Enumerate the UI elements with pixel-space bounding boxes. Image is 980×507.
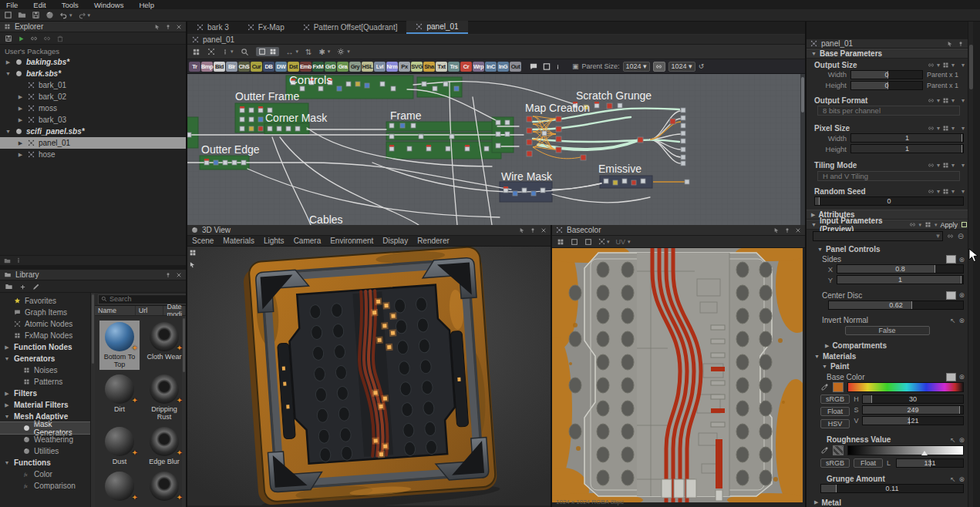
package-icon[interactable] xyxy=(45,11,54,20)
grid-icon[interactable] xyxy=(942,62,949,69)
breadcrumb-label[interactable]: panel_01 xyxy=(203,35,234,44)
grid-icon[interactable] xyxy=(924,221,931,228)
reset-icon[interactable]: ⊗ xyxy=(959,436,965,444)
pin-icon[interactable] xyxy=(165,24,171,30)
eyedropper-icon[interactable] xyxy=(820,383,829,391)
column-url[interactable]: Url xyxy=(136,306,164,315)
node-chip-svg[interactable]: SVG xyxy=(411,62,423,72)
preset-dropdown[interactable]: ▾ xyxy=(813,231,943,241)
library-category-favorites[interactable]: Favorites xyxy=(0,295,90,307)
invert-normal-button[interactable]: False xyxy=(845,326,930,335)
frame-label-corner-mask[interactable]: Corner Mask xyxy=(265,112,328,124)
node-chip-blr[interactable]: Blr xyxy=(226,62,237,72)
section-input-parameters[interactable]: ▼Input Parameters (Preview) ▾ ▾ Apply xyxy=(807,220,968,230)
tree-item-scifi-panel-sbs-[interactable]: ▼scifi_panel.sbs* xyxy=(0,126,186,137)
search-input[interactable] xyxy=(109,295,186,303)
node-chip-inc[interactable]: InC xyxy=(485,62,497,72)
remove-icon[interactable]: ⊖ xyxy=(958,232,964,240)
info-icon[interactable] xyxy=(15,257,22,264)
fit-all-icon[interactable] xyxy=(258,48,266,55)
pin-icon[interactable] xyxy=(530,227,536,233)
frame-label-outter-edge[interactable]: Outter Edge xyxy=(201,143,260,156)
srgb-button[interactable]: sRGB xyxy=(820,395,850,404)
node-chip-bmp[interactable]: Bmp xyxy=(201,62,213,72)
hue-strip[interactable] xyxy=(847,382,964,392)
fit-buttons-group[interactable] xyxy=(256,47,279,56)
add-icon[interactable] xyxy=(19,282,26,290)
view3d-menu-scene[interactable]: Scene xyxy=(192,237,214,245)
library-thumbnail-partial[interactable]: ✦ xyxy=(99,470,140,507)
node-chip-trs[interactable]: Trs xyxy=(448,62,460,72)
node-chip-cr[interactable]: Cr xyxy=(460,62,472,72)
frame-icon[interactable] xyxy=(542,62,551,71)
fit-selection-icon[interactable] xyxy=(269,48,277,55)
link-icon[interactable] xyxy=(928,125,935,132)
group-panel-controls[interactable]: ▼Panel Controls xyxy=(817,244,965,254)
library-thumbnail-partial[interactable]: ✦ xyxy=(144,470,184,507)
link-icon[interactable] xyxy=(30,34,38,42)
view3d-tool-icon[interactable] xyxy=(189,249,197,257)
parent-size-width-select[interactable]: 1024 ▾ xyxy=(623,62,650,72)
scene-3d[interactable] xyxy=(187,247,551,505)
library-category-functions[interactable]: ▼Functions xyxy=(0,457,90,468)
link-size-button[interactable] xyxy=(653,62,665,72)
view3d-menu-camera[interactable]: Camera xyxy=(294,237,322,245)
tab-pattern-offset-quadrant-[interactable]: Pattern Offset[Quadrant] xyxy=(294,21,407,34)
group-materials[interactable]: ▼Materials xyxy=(814,351,965,361)
align-icon[interactable]: ⇅ xyxy=(305,48,312,56)
reset-icon[interactable]: ⊗ xyxy=(959,256,965,264)
comment-icon[interactable] xyxy=(529,62,538,71)
tree-arrow-icon[interactable]: ▶ xyxy=(17,106,24,112)
column-name[interactable]: Name xyxy=(95,306,136,315)
library-category-color[interactable]: Color xyxy=(0,468,90,480)
node-chip-nrm[interactable]: Nrm xyxy=(386,62,398,72)
settings-dropdown[interactable]: ▾ xyxy=(337,48,350,55)
frame-label-map-creation[interactable]: Map Creation xyxy=(525,102,590,114)
pin-comment-icon[interactable] xyxy=(555,62,561,70)
tree-arrow-icon[interactable]: ▶ xyxy=(17,140,24,146)
node-chip-out[interactable]: Out xyxy=(510,62,521,72)
library-category-function-nodes[interactable]: ▶Function Nodes xyxy=(0,341,90,353)
node-chip-dst[interactable]: Dst xyxy=(288,62,299,72)
group-metal[interactable]: ▶Metal xyxy=(814,498,965,507)
grid-icon[interactable] xyxy=(942,162,949,169)
category-arrow-icon[interactable]: ▼ xyxy=(4,460,10,465)
library-category-generators[interactable]: ▼Generators xyxy=(0,353,90,364)
pointer-icon[interactable]: ↖ xyxy=(950,317,956,324)
paint-dropdown[interactable]: ✱▾ xyxy=(318,48,330,56)
tree-item-hose[interactable]: ▶hose xyxy=(0,149,186,160)
frame-label-outter-frame[interactable]: Outter Frame xyxy=(235,90,299,102)
tree-arrow-icon[interactable]: ▼ xyxy=(5,129,12,134)
grid-icon[interactable] xyxy=(942,125,949,132)
frame-label-frame[interactable]: Frame xyxy=(390,109,422,122)
link2-icon[interactable] xyxy=(43,34,51,42)
link-icon[interactable] xyxy=(928,188,935,195)
view3d-menu-environment[interactable]: Environment xyxy=(330,237,373,245)
pixel-size-height-field[interactable]: 1 xyxy=(850,144,964,153)
tree-arrow-icon[interactable]: ▶ xyxy=(17,152,24,158)
new-package-icon[interactable] xyxy=(4,11,12,20)
library-category-filters[interactable]: ▶Filters xyxy=(0,388,90,399)
section-base-parameters[interactable]: ▼Base Parameters xyxy=(807,49,968,59)
info-dropdown[interactable]: ▾ xyxy=(222,49,234,55)
tab-fx-map[interactable]: Fx-Map xyxy=(238,21,294,34)
library-category-noises[interactable]: Noises xyxy=(0,364,90,376)
sides-y-slider[interactable]: 1 xyxy=(837,275,964,284)
reset-size-icon[interactable]: ↺ xyxy=(699,62,705,70)
tree-arrow-icon[interactable]: ▶ xyxy=(5,59,12,65)
frame-label-controls[interactable]: Controls xyxy=(289,74,332,86)
group-compartments[interactable]: ▶Compartments xyxy=(825,341,965,351)
roughness-swatch[interactable] xyxy=(833,445,844,455)
save-package-icon[interactable] xyxy=(5,34,12,42)
base-color-default-swatch[interactable] xyxy=(946,373,956,381)
apply-button[interactable]: Apply xyxy=(941,221,958,229)
tree-item-bark-02[interactable]: ▶bark_02 xyxy=(0,91,186,102)
node-chip-txt[interactable]: Txt xyxy=(436,62,447,72)
node-chip-bld[interactable]: Bld xyxy=(214,62,225,72)
saturation-slider[interactable]: 249 xyxy=(862,405,964,415)
node-chip-ing[interactable]: InG xyxy=(497,62,509,72)
parent-size-checkbox[interactable]: ▣ xyxy=(572,62,579,70)
tiling-mode-dropdown[interactable]: H and V Tiling xyxy=(817,171,960,181)
tree-item-bark-01[interactable]: bark_01 xyxy=(0,79,186,91)
menu-windows[interactable]: Windows xyxy=(94,1,124,9)
